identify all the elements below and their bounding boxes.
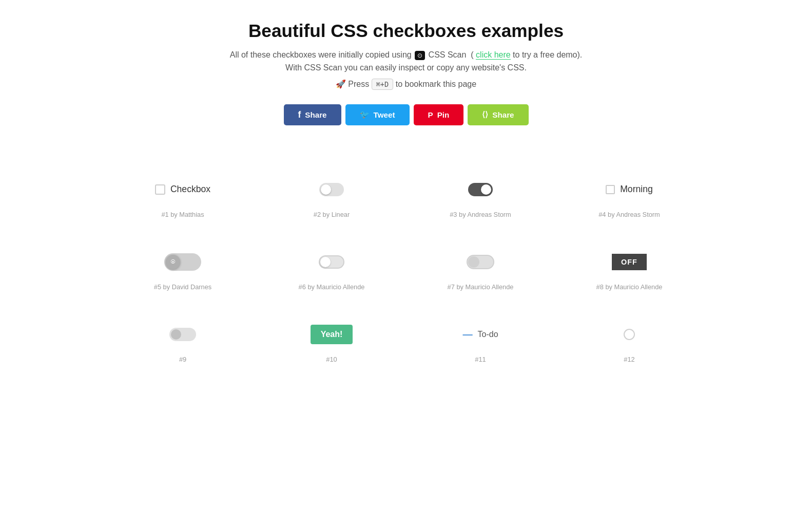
checkbox-demo-8: OFF (612, 249, 647, 275)
bookmark-post-text: to bookmark this page (396, 80, 476, 88)
checkbox-item-5: ⦿ #5 by David Darnes (108, 229, 257, 301)
subtitle-1: All of these checkboxes were initially c… (108, 50, 704, 60)
checkbox-item-9: #9 (108, 301, 257, 373)
todo-item: — To-do (462, 329, 498, 340)
toggle-row3[interactable] (169, 328, 196, 341)
page-title: Beautiful CSS checkboxes examples (108, 21, 704, 41)
toggle-ma6[interactable] (319, 255, 344, 269)
rocket-icon: 🚀 (336, 80, 346, 88)
checkbox-credit-12: #12 (624, 356, 634, 363)
css-scan-icon: ⊙ (415, 51, 425, 60)
sharethis-share-button[interactable]: ⟨⟩ Share (468, 104, 528, 125)
checkbox-demo-2 (319, 177, 344, 202)
toggle-andreas[interactable] (468, 183, 493, 196)
checkbox-credit-5: #5 by David Darnes (154, 283, 211, 291)
checkbox-demo-5: ⦿ (164, 249, 201, 275)
checkbox-demo-7 (467, 249, 494, 275)
twitter-label: Tweet (374, 110, 395, 119)
facebook-label: Share (305, 110, 326, 119)
checkbox-item-4: Morning #4 by Andreas Storm (555, 156, 704, 229)
checkbox-credit-10: #10 (326, 356, 337, 363)
checkbox-morning-label: Morning (620, 184, 653, 195)
checkbox-credit-6: #6 by Mauricio Allende (299, 283, 365, 291)
subtitle-2: With CSS Scan you can easily inspect or … (108, 63, 704, 72)
checkbox-demo-10: Yeah! (311, 322, 353, 347)
twitter-share-button[interactable]: 🐦 Tweet (345, 104, 410, 125)
toggle-linear[interactable] (319, 183, 344, 196)
share-buttons-container: f Share 🐦 Tweet P Pin ⟨⟩ Share (108, 104, 704, 125)
checkbox-credit-9: #9 (179, 356, 186, 363)
toggle-darnes[interactable]: ⦿ (164, 253, 201, 271)
bookmark-hint: 🚀 Press ⌘+D to bookmark this page (108, 79, 704, 90)
facebook-share-button[interactable]: f Share (284, 104, 341, 125)
checkbox-item-2: #2 by Linear (257, 156, 406, 229)
subtitle-pre: All of these checkboxes were initially c… (230, 50, 412, 59)
checkbox-credit-8: #8 by Mauricio Allende (596, 283, 663, 291)
checkbox-demo-1: Checkbox (155, 177, 210, 202)
checkbox-item-3: #3 by Andreas Storm (406, 156, 555, 229)
checkbox-demo-3 (468, 177, 493, 202)
checkbox-credit-4: #4 by Andreas Storm (598, 211, 660, 218)
checkbox-credit-11: #11 (475, 356, 486, 363)
keyboard-shortcut: ⌘+D (372, 79, 394, 90)
checkbox-item-8: OFF #8 by Mauricio Allende (555, 229, 704, 301)
click-here-link[interactable]: click here (476, 50, 511, 60)
checkbox-item-1: Checkbox #1 by Matthias (108, 156, 257, 229)
facebook-icon: f (298, 109, 301, 120)
checkbox-demo-9 (169, 322, 196, 347)
sharethis-icon: ⟨⟩ (482, 110, 488, 119)
radio-button[interactable] (624, 329, 635, 340)
checkbox-credit-3: #3 by Andreas Storm (450, 211, 511, 218)
checkbox-item-7: #7 by Mauricio Allende (406, 229, 555, 301)
checkbox-matthias[interactable] (155, 184, 165, 195)
pinterest-share-button[interactable]: P Pin (414, 104, 464, 125)
checkboxes-grid: Checkbox #1 by Matthias #2 by Linear #3 … (108, 156, 704, 373)
checkbox-credit-7: #7 by Mauricio Allende (448, 283, 514, 291)
checkbox-demo-4: Morning (606, 177, 653, 202)
pinterest-icon: P (428, 110, 433, 119)
checkbox-morning[interactable] (606, 185, 615, 194)
toggle-ma7[interactable] (467, 255, 494, 269)
checkbox-item-12: #12 (555, 301, 704, 373)
checkbox-demo-6 (319, 249, 344, 275)
checkbox-item-10: Yeah! #10 (257, 301, 406, 373)
sharethis-label: Share (492, 110, 514, 119)
toggle-darnes-thumb: ⦿ (166, 255, 180, 269)
press-text: Press (348, 80, 369, 88)
checkbox-item-11: — To-do #11 (406, 301, 555, 373)
todo-label: To-do (478, 330, 498, 339)
todo-dash-icon: — (462, 329, 472, 340)
checkbox-item-6: #6 by Mauricio Allende (257, 229, 406, 301)
toggle-off-button[interactable]: OFF (612, 254, 647, 270)
css-scan-brand: CSS Scan (429, 50, 467, 59)
subtitle-post: to try a free demo). (513, 50, 582, 59)
checkbox-credit-1: #1 by Matthias (161, 211, 204, 218)
checkbox-demo-11: — To-do (462, 322, 498, 347)
checkbox-matthias-label: Checkbox (170, 184, 210, 195)
checkbox-demo-12 (624, 322, 635, 347)
checkbox-credit-2: #2 by Linear (314, 211, 350, 218)
yeah-button[interactable]: Yeah! (311, 325, 353, 344)
twitter-icon: 🐦 (360, 110, 370, 119)
pinterest-label: Pin (437, 110, 450, 119)
